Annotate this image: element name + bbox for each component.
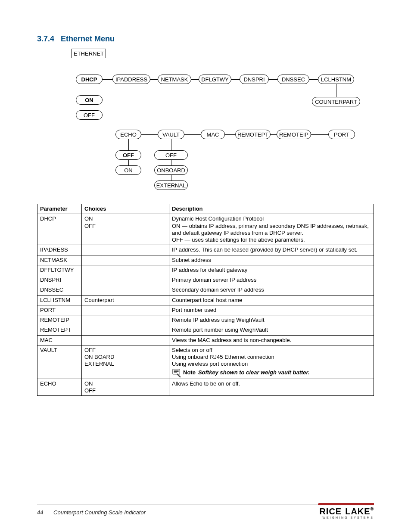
logo-subtext: WEIGHING SYSTEMS [318, 516, 374, 519]
node-dhcp-off: OFF [76, 110, 103, 120]
cell-choices [82, 325, 169, 335]
section-heading: 3.7.4 Ethernet Menu [37, 34, 374, 44]
cell-choices [82, 315, 169, 325]
cell-description: Remote IP address using WeighVault [169, 315, 374, 325]
table-row: LCLHSTNMCounterpartCounterpart local hos… [37, 295, 374, 305]
page-number: 44 [37, 509, 43, 516]
cell-choices: OFF ON BOARD EXTERNAL [82, 345, 169, 379]
cell-choices [82, 305, 169, 315]
cell-parameter: NETMASK [37, 255, 82, 265]
table-row: MACViews the MAC address and is non-chan… [37, 335, 374, 345]
cell-parameter: IPADRESS [37, 245, 82, 255]
note-label: Note [183, 369, 196, 376]
node-vault-external: EXTERNAL [154, 180, 188, 190]
cell-description: Port number used [169, 305, 374, 315]
cell-parameter: DFFLTGTWY [37, 265, 82, 275]
cell-parameter: VAULT [37, 345, 82, 379]
node-dflgtwy: DFLGTWY [199, 75, 231, 84]
node-vault: VAULT [158, 130, 184, 139]
cell-parameter: REMOTEPT [37, 325, 82, 335]
table-row: IPADRESSIP address. This can be leased (… [37, 245, 374, 255]
table-row: VAULTOFF ON BOARD EXTERNALSelects on or … [37, 345, 374, 379]
cell-choices [82, 335, 169, 345]
cell-choices: ON OFF [82, 379, 169, 396]
cell-description: Subnet address [169, 255, 374, 265]
node-echo-on: ON [115, 165, 141, 175]
cell-description: Remote port number using WeighVault [169, 325, 374, 335]
node-dhcp-on: ON [76, 95, 103, 105]
node-counterpart: COUNTERPART [312, 97, 360, 106]
cell-choices [82, 265, 169, 275]
brand-logo: RICELAKE® WEIGHING SYSTEMS [318, 503, 374, 519]
note-callout: Note Softkey shown to clear weigh vault … [172, 369, 371, 377]
node-mac: MAC [201, 130, 225, 139]
table-row: DNSPRIPrimary domain server IP address [37, 275, 374, 285]
cell-choices: ON OFF [82, 214, 169, 245]
table-row: DFFLTGTWYIP address for default gateway [37, 265, 374, 275]
doc-title: Counterpart Counting Scale Indicator [53, 509, 146, 516]
node-vault-onboard: ONBOARD [154, 165, 188, 175]
cell-parameter: DHCP [37, 214, 82, 245]
cell-parameter: DNSSEC [37, 285, 82, 295]
cell-description: Primary domain server IP address [169, 275, 374, 285]
cell-description: IP address. This can be leased (provided… [169, 245, 374, 255]
node-dnssec: DNSSEC [277, 75, 309, 84]
section-number: 3.7.4 [37, 34, 59, 44]
note-text: Softkey shown to clear weigh vault batte… [198, 369, 310, 376]
node-dnspri: DNSPRI [240, 75, 269, 84]
node-port: PORT [328, 130, 355, 139]
table-row: ECHOON OFFAllows Echo to be on or off. [37, 379, 374, 396]
table-row: REMOTEPTRemote port number using WeighVa… [37, 325, 374, 335]
table-row: DNSSECSecondary domain server IP address [37, 285, 374, 295]
cell-description: IP address for default gateway [169, 265, 374, 275]
node-vault-off: OFF [154, 150, 188, 160]
cell-description: Views the MAC address and is non-changea… [169, 335, 374, 345]
cell-parameter: MAC [37, 335, 82, 345]
col-parameter: Parameter [37, 204, 82, 214]
table-row: NETMASKSubnet address [37, 255, 374, 265]
col-description: Description [169, 204, 374, 214]
cell-description: Dynamic Host Configuration Protocol ON —… [169, 214, 374, 245]
cell-parameter: DNSPRI [37, 275, 82, 285]
cell-parameter: REMOTEIP [37, 315, 82, 325]
node-dhcp: DHCP [76, 75, 103, 84]
cell-choices [82, 275, 169, 285]
section-title-text: Ethernet Menu [61, 34, 115, 43]
cell-choices: Counterpart [82, 295, 169, 305]
menu-tree-diagram: ETHERNET DHCP IPADDRESS NETMASK DFLGTWY … [54, 49, 374, 199]
node-echo: ECHO [115, 130, 141, 139]
cell-parameter: ECHO [37, 379, 82, 396]
cell-choices [82, 285, 169, 295]
node-echo-off: OFF [115, 150, 141, 160]
node-lclhstnm: LCLHSTNM [318, 75, 354, 84]
cell-description: Selects on or off Using onboard RJ45 Eth… [169, 345, 374, 379]
cell-parameter: LCLHSTNM [37, 295, 82, 305]
cell-description: Secondary domain server IP address [169, 285, 374, 295]
cell-parameter: PORT [37, 305, 82, 315]
node-remoteip: REMOTEIP [277, 130, 311, 139]
cell-choices [82, 255, 169, 265]
cell-description: Allows Echo to be on or off. [169, 379, 374, 396]
node-ethernet: ETHERNET [72, 49, 106, 58]
table-row: DHCPON OFFDynamic Host Configuration Pro… [37, 214, 374, 245]
col-choices: Choices [82, 204, 169, 214]
cell-choices [82, 245, 169, 255]
table-row: PORTPort number used [37, 305, 374, 315]
logo-text: RICELAKE [319, 507, 370, 516]
svg-rect-0 [173, 369, 180, 374]
node-ipaddress: IPADDRESS [112, 75, 150, 84]
node-remotept: REMOTEPT [235, 130, 271, 139]
parameter-table: Parameter Choices Description DHCPON OFF… [37, 204, 374, 396]
note-icon [172, 369, 181, 377]
cell-description: Counterpart local host name [169, 295, 374, 305]
node-netmask: NETMASK [158, 75, 191, 84]
table-row: REMOTEIPRemote IP address using WeighVau… [37, 315, 374, 325]
